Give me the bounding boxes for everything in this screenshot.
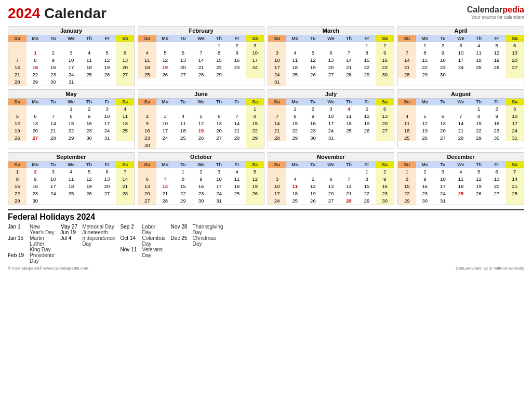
day-header-th: Th <box>340 162 358 168</box>
cal-day: 22 <box>358 64 376 71</box>
cal-day: 2 <box>376 168 394 176</box>
holiday-name: Labor Day <box>142 224 166 235</box>
cal-day: 16 <box>192 183 210 190</box>
cal-day: 29 <box>398 197 416 205</box>
month-title-august: August <box>398 90 524 99</box>
cal-day <box>286 78 304 86</box>
cal-day: 3 <box>452 42 470 49</box>
cal-day: 9 <box>304 112 322 119</box>
month-table-january: SuMoTuWeThFrSa12345678910111213141516171… <box>8 35 134 86</box>
cal-day <box>322 168 340 176</box>
cal-day: 9 <box>80 112 98 119</box>
cal-day <box>62 197 81 205</box>
cal-day: 23 <box>416 190 434 197</box>
cal-day: 1 <box>62 105 81 112</box>
day-header-fr: Fr <box>98 162 116 168</box>
month-august: AugustSuMoTuWeThFrSa12345678910111213141… <box>397 89 524 150</box>
day-header-we: We <box>192 35 210 42</box>
cal-day: 8 <box>358 176 376 183</box>
cal-day: 21 <box>452 127 470 134</box>
cal-day <box>228 105 246 112</box>
cal-day: 26 <box>416 134 434 141</box>
cal-day: 1 <box>246 105 264 112</box>
holidays-grid: Jan 1New Year's DayJan 15Martin Luther K… <box>8 224 524 264</box>
cal-day: 19 <box>488 57 506 64</box>
cal-day: 9 <box>376 176 394 183</box>
cal-day <box>304 78 322 86</box>
holidays-section: Federal Holidays 2024 Jan 1New Year's Da… <box>8 209 524 264</box>
day-header-tu: Tu <box>434 35 452 42</box>
cal-day: 6 <box>488 168 506 176</box>
cal-day: 20 <box>174 64 192 71</box>
cal-day: 7 <box>44 112 62 119</box>
holiday-name: Christmas Day <box>193 235 223 247</box>
cal-day: 13 <box>322 183 340 190</box>
cal-day: 7 <box>340 176 358 183</box>
day-header-su: Su <box>268 35 286 42</box>
holiday-date: Nov 11 <box>121 247 140 258</box>
holiday-item: Jul 4Independence Day <box>60 235 115 247</box>
cal-day: 3 <box>210 168 228 176</box>
month-july: JulySuMoTuWeThFrSa1234567891011121314151… <box>268 89 394 150</box>
cal-day <box>416 105 434 112</box>
holiday-item: Nov 28Thanksgiving Day <box>171 224 223 235</box>
cal-day: 3 <box>156 112 175 119</box>
cal-day: 7 <box>268 112 286 119</box>
cal-day: 4 <box>452 168 470 176</box>
cal-day <box>228 71 246 78</box>
cal-day: 23 <box>138 134 156 141</box>
cal-day: 24 <box>506 127 524 134</box>
title-year: 2024 <box>8 5 44 21</box>
cal-day: 10 <box>210 176 228 183</box>
cal-day: 28 <box>340 197 358 205</box>
day-header-su: Su <box>138 162 156 168</box>
cal-day: 9 <box>488 112 506 119</box>
day-header-fr: Fr <box>488 99 506 105</box>
cal-day: 31 <box>322 134 340 141</box>
day-header-mo: Mo <box>156 99 175 105</box>
cal-day: 14 <box>44 119 62 127</box>
cal-day: 22 <box>398 190 416 197</box>
day-header-su: Su <box>268 99 286 105</box>
cal-day: 4 <box>116 105 134 112</box>
cal-day: 12 <box>98 57 116 64</box>
cal-day <box>8 49 26 57</box>
cal-day <box>174 105 192 112</box>
cal-day: 25 <box>452 190 470 197</box>
day-header-mo: Mo <box>286 35 304 42</box>
cal-day: 28 <box>156 197 175 205</box>
cal-day: 17 <box>506 119 524 127</box>
cal-day: 24 <box>62 71 81 78</box>
cal-day: 6 <box>116 49 134 57</box>
cal-day: 30 <box>192 197 210 205</box>
cal-day: 26 <box>488 64 506 71</box>
cal-day: 15 <box>246 119 264 127</box>
cal-day: 10 <box>156 119 175 127</box>
cal-day: 18 <box>116 119 134 127</box>
cal-day: 2 <box>304 105 322 112</box>
holiday-date: Sep 2 <box>121 224 140 235</box>
cal-day <box>156 105 175 112</box>
cal-day: 17 <box>452 57 470 64</box>
cal-day: 15 <box>8 183 26 190</box>
cal-day: 12 <box>156 57 175 64</box>
cal-day: 27 <box>488 190 506 197</box>
day-header-fr: Fr <box>98 99 116 105</box>
cal-day: 31 <box>98 134 116 141</box>
holiday-col-3: Sep 2Labor DayOct 14Columbus DayNov 11Ve… <box>121 224 166 264</box>
cal-day: 25 <box>286 71 304 78</box>
cal-day: 9 <box>44 57 62 64</box>
holiday-name: Independence Day <box>82 235 115 247</box>
cal-day: 20 <box>488 183 506 190</box>
cal-day: 2 <box>44 49 62 57</box>
cal-day <box>44 105 62 112</box>
day-header-su: Su <box>8 162 26 168</box>
cal-day <box>192 141 210 149</box>
holiday-name: Memorial Day <box>82 224 114 230</box>
day-header-fr: Fr <box>228 35 246 42</box>
cal-day <box>340 134 358 141</box>
cal-day: 18 <box>228 183 246 190</box>
cal-day: 13 <box>26 119 45 127</box>
cal-day: 17 <box>62 64 81 71</box>
day-header-sa: Sa <box>376 99 394 105</box>
